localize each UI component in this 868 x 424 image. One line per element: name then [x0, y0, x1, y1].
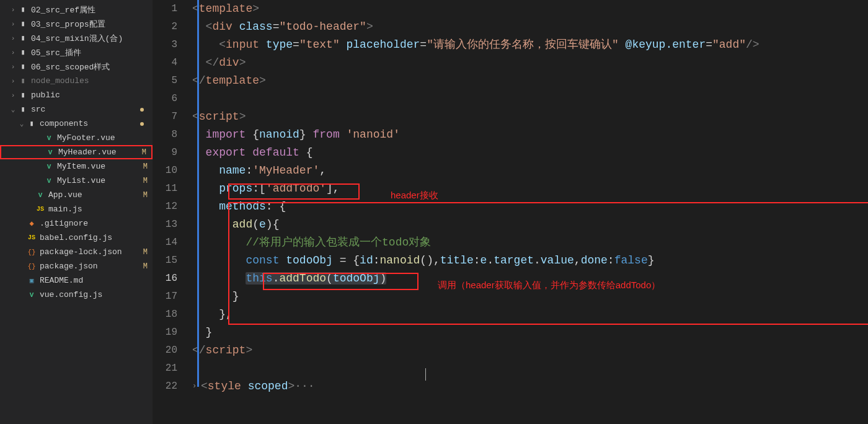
- code-content[interactable]: name:'MyHeader',: [192, 162, 868, 180]
- tree-item-label: 02_src_ref属性: [31, 4, 95, 15]
- code-line[interactable]: 8 import {nanoid} from 'nanoid': [153, 126, 868, 144]
- tree-item[interactable]: ▣README.md: [0, 273, 153, 288]
- code-line[interactable]: 22›<style scoped>···: [153, 378, 868, 395]
- tree-item[interactable]: ›▮02_src_ref属性: [0, 2, 153, 17]
- js-file-icon: JS: [35, 206, 46, 213]
- tree-item[interactable]: ⌄▮src: [0, 102, 153, 117]
- fold-chevron-icon[interactable]: ›: [192, 378, 201, 395]
- code-line[interactable]: 12 methods: {: [153, 198, 868, 216]
- code-editor[interactable]: 1<template>2 <div class="todo-header">3 …: [153, 0, 868, 424]
- code-content[interactable]: add(e){: [192, 216, 868, 234]
- tree-item-label: 05_src_插件: [31, 47, 81, 58]
- tree-item[interactable]: ›▮node_modules: [0, 74, 153, 88]
- code-line[interactable]: 15 const todoObj = {id:nanoid(),title:e.…: [153, 252, 868, 270]
- code-content[interactable]: export default {: [192, 144, 868, 162]
- tree-item[interactable]: ›▮06_src_scoped样式: [0, 60, 153, 74]
- tree-item[interactable]: Vvue.config.js: [0, 288, 153, 302]
- tree-item-label: MyList.vue: [57, 176, 105, 185]
- tree-item-label: App.vue: [48, 190, 82, 200]
- code-line[interactable]: 11 props:['addTodo'],: [153, 180, 868, 198]
- code-content[interactable]: import {nanoid} from 'nanoid': [192, 126, 868, 144]
- vue-file-icon: V: [35, 192, 46, 199]
- code-content[interactable]: <style scoped>···: [201, 378, 868, 395]
- code-line[interactable]: 19 }: [153, 324, 868, 342]
- code-line[interactable]: 20</script>: [153, 342, 868, 360]
- tree-item-label: MyFooter.vue: [57, 133, 115, 143]
- code-line[interactable]: 14 //将用户的输入包装成一个todo对象: [153, 234, 868, 252]
- vcs-status: M: [143, 248, 148, 257]
- code-content[interactable]: <template>: [192, 0, 868, 18]
- tree-item[interactable]: ◆.gitignore: [0, 216, 153, 231]
- tree-item[interactable]: ›▮public: [0, 88, 153, 102]
- code-line[interactable]: 6: [153, 90, 868, 108]
- vue-file-icon: V: [43, 163, 55, 170]
- code-content[interactable]: <script>: [192, 108, 868, 126]
- vue-file-icon: V: [26, 291, 37, 299]
- code-content[interactable]: props:['addTodo'],: [192, 180, 868, 198]
- code-line[interactable]: 4 </div>: [153, 54, 868, 72]
- file-explorer[interactable]: ›▮02_src_ref属性›▮03_src_props配置›▮04_src_m…: [0, 0, 153, 424]
- tree-item-label: main.js: [48, 205, 82, 214]
- tree-item[interactable]: JSmain.js: [0, 202, 153, 216]
- code-line[interactable]: 18 },: [153, 306, 868, 324]
- code-line[interactable]: 1<template>: [153, 0, 868, 18]
- line-number: 8: [153, 126, 192, 144]
- tree-item-label: MyItem.vue: [57, 162, 105, 171]
- line-number: 13: [153, 216, 192, 234]
- chevron-down-icon: ⌄: [9, 105, 17, 113]
- code-line[interactable]: 10 name:'MyHeader',: [153, 162, 868, 180]
- code-content[interactable]: }: [192, 324, 868, 342]
- vcs-dot: [140, 122, 144, 126]
- tree-item[interactable]: {}package-lock.jsonM: [0, 245, 153, 259]
- tree-item[interactable]: JSbabel.config.js: [0, 231, 153, 245]
- folder-icon: ▮: [17, 19, 29, 29]
- code-content[interactable]: </script>: [192, 342, 868, 360]
- tree-item-label: MyHeader.vue: [58, 148, 117, 157]
- tree-item[interactable]: {}package.jsonM: [0, 259, 153, 273]
- tree-item[interactable]: VMyHeader.vueM: [0, 145, 153, 159]
- tree-item[interactable]: ›▮05_src_插件: [0, 45, 153, 60]
- vcs-status: M: [143, 162, 148, 171]
- json-file-icon: {}: [26, 263, 37, 270]
- chevron-right-icon: ›: [9, 63, 17, 71]
- chevron-right-icon: ›: [9, 20, 17, 28]
- code-content[interactable]: },: [192, 306, 868, 324]
- code-content[interactable]: </div>: [192, 54, 868, 72]
- line-number: 1: [153, 0, 192, 18]
- line-number: 5: [153, 72, 192, 90]
- tree-item-label: 06_src_scoped样式: [31, 61, 110, 73]
- code-content[interactable]: <div class="todo-header">: [192, 18, 868, 36]
- chevron-right-icon: ›: [9, 35, 17, 42]
- tree-item[interactable]: ›▮04_src_mixin混入(合): [0, 31, 153, 45]
- tree-item[interactable]: VApp.vueM: [0, 188, 153, 202]
- vue-file-icon: V: [43, 135, 55, 142]
- folder-icon: ▮: [17, 33, 29, 43]
- code-content[interactable]: methods: {: [192, 198, 868, 216]
- code-line[interactable]: 5</template>: [153, 72, 868, 90]
- code-line[interactable]: 3 <input type="text" placeholder="请输入你的任…: [153, 36, 868, 54]
- code-line[interactable]: 7<script>: [153, 108, 868, 126]
- tree-item-label: 04_src_mixin混入(合): [31, 33, 123, 44]
- tree-item[interactable]: VMyItem.vueM: [0, 159, 153, 174]
- line-number: 2: [153, 18, 192, 36]
- code-content[interactable]: const todoObj = {id:nanoid(),title:e.tar…: [192, 252, 868, 270]
- code-content[interactable]: <input type="text" placeholder="请输入你的任务名…: [192, 36, 868, 54]
- line-number: 3: [153, 36, 192, 54]
- tree-item[interactable]: VMyFooter.vue: [0, 131, 153, 145]
- code-content[interactable]: </template>: [192, 72, 868, 90]
- code-line[interactable]: 9 export default {: [153, 144, 868, 162]
- code-line[interactable]: 21: [153, 360, 868, 378]
- line-number: 21: [153, 360, 192, 378]
- tree-item[interactable]: ›▮03_src_props配置: [0, 17, 153, 31]
- tree-item-label: public: [31, 91, 60, 100]
- js-file-icon: JS: [26, 234, 37, 241]
- line-number: 19: [153, 324, 192, 342]
- code-line[interactable]: 13 add(e){: [153, 216, 868, 234]
- tree-item[interactable]: ⌄▮components: [0, 117, 153, 131]
- annotation-label-1: header接收: [391, 186, 438, 204]
- line-number: 4: [153, 54, 192, 72]
- chevron-right-icon: ›: [9, 77, 17, 85]
- tree-item[interactable]: VMyList.vueM: [0, 174, 153, 188]
- code-content[interactable]: //将用户的输入包装成一个todo对象: [192, 234, 868, 252]
- code-line[interactable]: 2 <div class="todo-header">: [153, 18, 868, 36]
